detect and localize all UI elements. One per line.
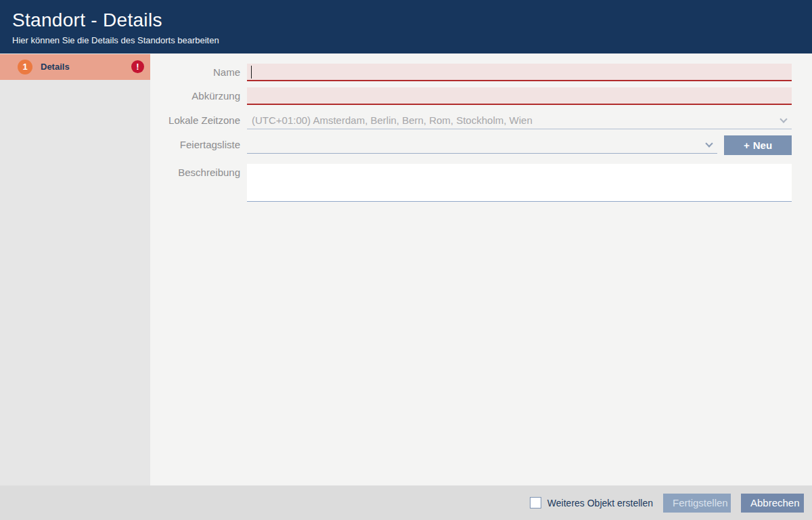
plus-icon: + [744, 139, 750, 151]
create-another-label: Weiteres Objekt erstellen [547, 498, 653, 508]
wizard-sidebar: 1 Details ! [0, 53, 150, 485]
create-another-object-option[interactable]: Weiteres Objekt erstellen [530, 497, 653, 508]
cancel-button[interactable]: Abbrechen [741, 494, 804, 513]
new-holiday-list-button[interactable]: +Neu [724, 135, 792, 155]
abbreviation-input[interactable] [247, 87, 792, 104]
header: Standort - Details Hier können Sie die D… [0, 0, 812, 53]
footer-bar: Weiteres Objekt erstellen Fertigstellen … [0, 485, 812, 520]
timezone-label: Lokale Zeitzone [150, 112, 240, 129]
timezone-row: Lokale Zeitzone (UTC+01:00) Amsterdam, B… [150, 112, 812, 129]
name-input[interactable] [247, 64, 792, 80]
abbreviation-label: Abkürzung [150, 87, 240, 105]
finish-button[interactable]: Fertigstellen [663, 494, 731, 513]
text-cursor [251, 66, 252, 79]
abbreviation-field [247, 87, 792, 105]
holiday-list-label: Feiertagsliste [150, 136, 240, 154]
validation-error-icon: ! [131, 60, 144, 73]
description-row: Beschreibung [150, 164, 812, 202]
page-subtitle: Hier können Sie die Details des Standort… [12, 35, 219, 45]
new-button-label: Neu [753, 139, 772, 151]
description-field [247, 164, 792, 202]
create-another-checkbox[interactable] [530, 497, 541, 508]
name-field [247, 64, 792, 81]
step-number-badge: 1 [18, 60, 32, 74]
abbreviation-row: Abkürzung [150, 87, 812, 105]
step-label: Details [41, 54, 70, 80]
timezone-select[interactable]: (UTC+01:00) Amsterdam, Berlin, Bern, Rom… [247, 112, 792, 129]
name-row: Name [150, 64, 812, 81]
timezone-value: (UTC+01:00) Amsterdam, Berlin, Bern, Rom… [247, 112, 792, 129]
name-label: Name [150, 64, 240, 81]
holiday-list-row: Feiertagsliste +Neu [150, 136, 812, 154]
description-textarea[interactable] [247, 164, 792, 202]
holiday-list-select[interactable] [247, 136, 717, 154]
holiday-list-value [247, 136, 717, 153]
description-label: Beschreibung [150, 164, 240, 181]
details-form: Name Abkürzung Lokale Zeitzone (UTC+01:0… [150, 53, 812, 485]
standort-details-window: Standort - Details Hier können Sie die D… [0, 0, 812, 520]
page-title: Standort - Details [12, 9, 162, 31]
sidebar-item-details[interactable]: 1 Details ! [0, 54, 150, 80]
